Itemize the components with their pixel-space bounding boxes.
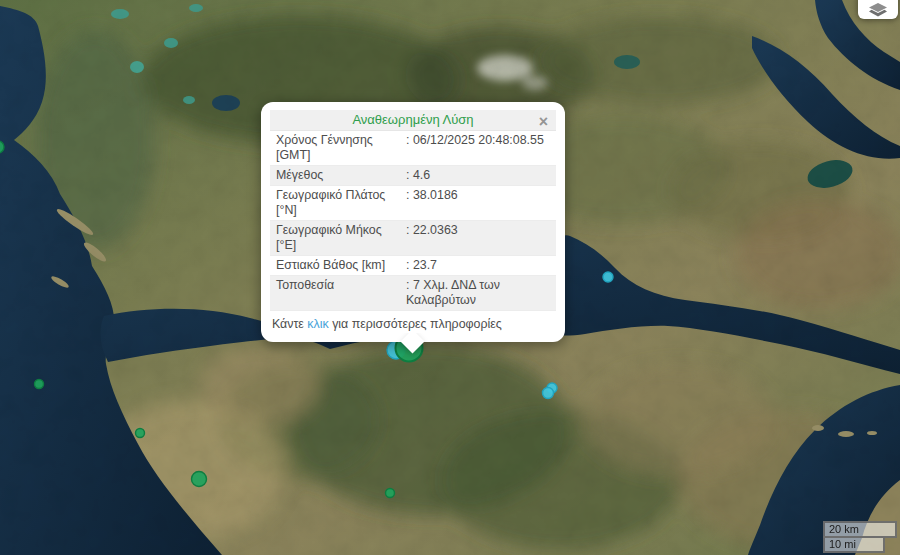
popup-row-value: : 23.7 — [406, 258, 550, 273]
earthquake-marker[interactable] — [386, 489, 395, 498]
layers-control[interactable] — [858, 0, 898, 19]
map-application: 20 km 10 mi × Αναθεωρημένη Λύση Χρόνος Γ… — [0, 0, 900, 555]
popup-row-label: Γεωγραφικό Μήκος [°E] — [276, 223, 406, 253]
popup-row: Γεωγραφικό Μήκος [°E]: 22.0363 — [270, 221, 556, 256]
popup-row-label: Χρόνος Γέννησης [GMT] — [276, 133, 406, 163]
footer-text-prefix: Κάντε — [272, 317, 307, 331]
popup-row: Μέγεθος: 4.6 — [270, 166, 556, 186]
popup-row: Γεωγραφικό Πλάτος [°N]: 38.0186 — [270, 186, 556, 221]
popup-footer: Κάντε κλικ για περισσότερες πληροφορίες — [270, 311, 556, 333]
earthquake-marker[interactable] — [136, 429, 145, 438]
more-info-link[interactable]: κλικ — [307, 317, 328, 331]
earthquake-marker[interactable] — [35, 380, 44, 389]
earthquake-marker[interactable] — [543, 388, 554, 399]
popup-row-label: Μέγεθος — [276, 168, 406, 183]
popup-row-value: : 38.0186 — [406, 188, 550, 218]
popup-row-value: : 06/12/2025 20:48:08.55 — [406, 133, 550, 163]
popup-row-value: : 4.6 — [406, 168, 550, 183]
scale-control: 20 km 10 mi — [823, 521, 897, 553]
popup-row-value: : 7 Χλμ. ΔΝΔ των Καλαβρύτων — [406, 278, 550, 308]
popup-title: Αναθεωρημένη Λύση — [270, 110, 556, 131]
popup-table: Χρόνος Γέννησης [GMT]: 06/12/2025 20:48:… — [270, 131, 556, 311]
footer-text-suffix: για περισσότερες πληροφορίες — [329, 317, 502, 331]
earthquake-marker[interactable] — [603, 272, 613, 282]
popup-row-label: Τοποθεσία — [276, 278, 406, 308]
scale-mi: 10 mi — [823, 536, 885, 553]
popup-row-value: : 22.0363 — [406, 223, 550, 253]
popup-row: Τοποθεσία: 7 Χλμ. ΔΝΔ των Καλαβρύτων — [270, 276, 556, 311]
popup-row-label: Εστιακό Βάθος [km] — [276, 258, 406, 273]
earthquake-popup: × Αναθεωρημένη Λύση Χρόνος Γέννησης [GMT… — [261, 102, 565, 342]
earthquake-marker[interactable] — [192, 472, 207, 487]
close-icon[interactable]: × — [539, 115, 548, 129]
popup-row-label: Γεωγραφικό Πλάτος [°N] — [276, 188, 406, 218]
popup-row: Χρόνος Γέννησης [GMT]: 06/12/2025 20:48:… — [270, 131, 556, 166]
popup-row: Εστιακό Βάθος [km]: 23.7 — [270, 256, 556, 276]
layers-icon — [868, 3, 888, 17]
